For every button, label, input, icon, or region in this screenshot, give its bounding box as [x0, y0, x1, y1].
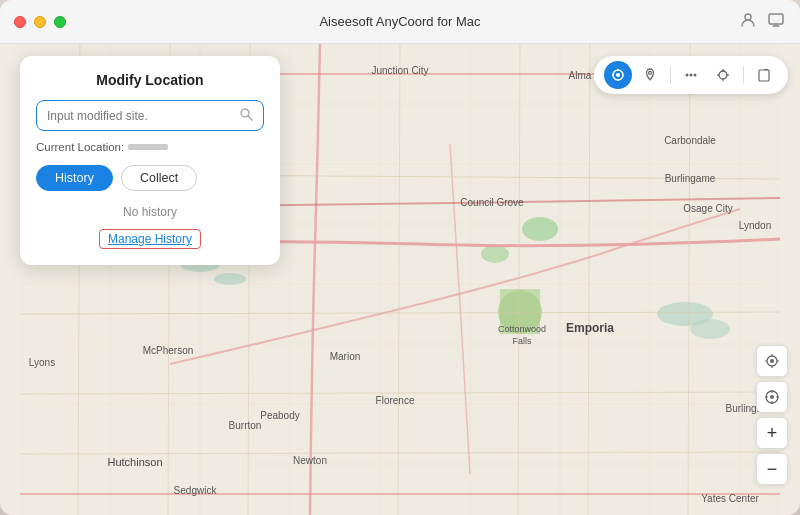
svg-text:Council Grove: Council Grove: [460, 197, 524, 208]
gps-location-button[interactable]: [756, 381, 788, 413]
manage-history-link[interactable]: Manage History: [99, 229, 201, 249]
pin-tool-button[interactable]: [636, 61, 664, 89]
current-location-value: [128, 141, 168, 153]
map-toolbar: [594, 56, 788, 94]
map-zoom-controls: + −: [756, 345, 788, 485]
svg-text:Burlingame: Burlingame: [665, 173, 716, 184]
svg-text:Yates Center: Yates Center: [701, 493, 759, 504]
svg-point-56: [686, 74, 689, 77]
search-bar: [36, 100, 264, 131]
svg-point-71: [770, 395, 774, 399]
app-window: Aiseesoft AnyCoord for Mac: [0, 0, 800, 515]
svg-text:Hutchinson: Hutchinson: [107, 456, 162, 468]
zoom-in-button[interactable]: +: [756, 417, 788, 449]
tab-collect-button[interactable]: Collect: [121, 165, 197, 191]
svg-point-65: [770, 359, 774, 363]
panel-title: Modify Location: [36, 72, 264, 88]
map-area: Junction City Alma Abilene Carbondale Bu…: [0, 44, 800, 515]
svg-rect-78: [128, 144, 168, 150]
dots-tool-button[interactable]: [677, 61, 705, 89]
tab-history-button[interactable]: History: [36, 165, 113, 191]
toolbar-separator-2: [743, 66, 744, 84]
svg-point-23: [690, 319, 730, 339]
svg-text:Newton: Newton: [293, 455, 327, 466]
title-bar: Aiseesoft AnyCoord for Mac: [0, 0, 800, 44]
svg-text:Marion: Marion: [330, 351, 361, 362]
user-icon[interactable]: [740, 12, 756, 32]
svg-text:Lyons: Lyons: [29, 357, 55, 368]
traffic-lights: [14, 16, 66, 28]
svg-text:McPherson: McPherson: [143, 345, 194, 356]
title-bar-icons: [740, 12, 784, 32]
svg-line-77: [249, 117, 253, 121]
svg-point-18: [522, 217, 558, 241]
svg-point-19: [481, 245, 509, 263]
search-input[interactable]: [47, 109, 233, 123]
window-title: Aiseesoft AnyCoord for Mac: [319, 14, 480, 29]
zoom-out-button[interactable]: −: [756, 453, 788, 485]
toolbar-separator: [670, 66, 671, 84]
locate-tool-button[interactable]: [604, 61, 632, 89]
svg-point-59: [719, 71, 727, 79]
svg-text:Lyndon: Lyndon: [739, 220, 771, 231]
crosshair-tool-button[interactable]: [709, 61, 737, 89]
search-icon: [239, 107, 253, 124]
svg-point-50: [616, 73, 620, 77]
current-location-label: Current Location:: [36, 141, 124, 153]
svg-point-55: [649, 71, 652, 74]
current-location-row: Current Location:: [36, 141, 264, 153]
svg-text:Florence: Florence: [376, 395, 415, 406]
close-button[interactable]: [14, 16, 26, 28]
svg-rect-1: [769, 14, 783, 24]
svg-point-21: [214, 273, 246, 285]
tab-row: History Collect: [36, 165, 264, 191]
svg-text:Osage City: Osage City: [683, 203, 732, 214]
svg-text:Burrton: Burrton: [229, 420, 262, 431]
export-tool-button[interactable]: [750, 61, 778, 89]
svg-text:Falls: Falls: [512, 336, 532, 346]
svg-text:Emporia: Emporia: [566, 321, 614, 335]
svg-text:Cottonwood: Cottonwood: [498, 324, 546, 334]
svg-text:Carbondale: Carbondale: [664, 135, 716, 146]
minimize-button[interactable]: [34, 16, 46, 28]
modify-location-panel: Modify Location Current Location:: [20, 56, 280, 265]
svg-text:Junction City: Junction City: [371, 65, 428, 76]
svg-point-58: [694, 74, 697, 77]
svg-text:Peabody: Peabody: [260, 410, 299, 421]
maximize-button[interactable]: [54, 16, 66, 28]
svg-point-0: [745, 14, 751, 20]
current-location-button[interactable]: [756, 345, 788, 377]
no-history-text: No history: [36, 205, 264, 219]
monitor-icon[interactable]: [768, 12, 784, 32]
svg-text:Alma: Alma: [569, 70, 592, 81]
svg-text:Sedgwick: Sedgwick: [174, 485, 218, 496]
svg-point-76: [241, 109, 249, 117]
svg-point-57: [690, 74, 693, 77]
